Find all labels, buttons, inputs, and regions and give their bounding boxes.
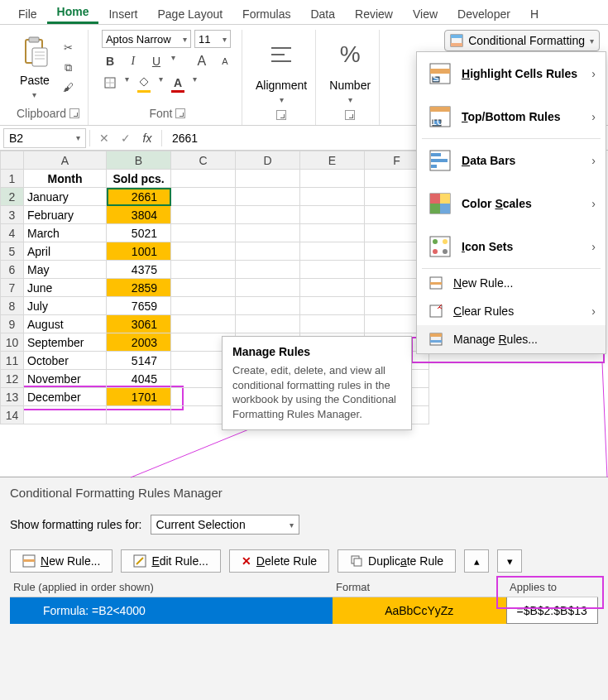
cell-A5[interactable]: April bbox=[24, 242, 107, 261]
cell-B8[interactable]: 7659 bbox=[107, 297, 171, 315]
cf-highlight-cells[interactable]: ≤ Highlight Cells Rules › bbox=[417, 52, 606, 95]
dialog-launcher-icon[interactable] bbox=[345, 110, 355, 120]
confirm-icon[interactable]: ✓ bbox=[115, 132, 136, 145]
cell-B9[interactable]: 3061 bbox=[107, 315, 171, 333]
col-header-E[interactable]: E bbox=[300, 151, 365, 170]
cell-A2[interactable]: January bbox=[24, 188, 107, 206]
dialog-launcher-icon[interactable] bbox=[276, 110, 286, 120]
cell-B2[interactable]: 2661 bbox=[107, 188, 171, 206]
cell-A12[interactable]: November bbox=[24, 370, 107, 388]
font-size-combo[interactable]: 11 bbox=[194, 30, 231, 48]
tab-developer[interactable]: Developer bbox=[448, 4, 520, 24]
scope-select[interactable]: Current Selection▾ bbox=[151, 515, 299, 535]
tab-data[interactable]: Data bbox=[300, 4, 345, 24]
chevron-right-icon: › bbox=[591, 197, 596, 210]
number-format-button[interactable]: % Number ▾ bbox=[329, 34, 371, 104]
font-color-button[interactable]: A bbox=[170, 74, 186, 91]
grow-font-button[interactable]: A bbox=[194, 53, 210, 70]
row-header-3[interactable]: 3 bbox=[1, 206, 24, 224]
col-header-C[interactable]: C bbox=[171, 151, 236, 170]
conditional-formatting-button[interactable]: Conditional Formatting ▾ bbox=[444, 30, 600, 51]
move-up-button[interactable]: ▴ bbox=[464, 549, 489, 573]
row-header-14[interactable]: 14 bbox=[1, 406, 24, 424]
borders-button[interactable] bbox=[102, 74, 118, 91]
format-painter-icon[interactable]: 🖌 bbox=[61, 80, 76, 95]
cell-A1[interactable]: Month bbox=[24, 170, 107, 188]
row-header-12[interactable]: 12 bbox=[1, 370, 24, 388]
row-header-1[interactable]: 1 bbox=[1, 170, 24, 188]
cell-B5[interactable]: 1001 bbox=[107, 242, 171, 261]
tab-view[interactable]: View bbox=[403, 4, 448, 24]
new-rule-button[interactable]: New Rule... bbox=[10, 549, 113, 573]
italic-button[interactable]: I bbox=[125, 53, 141, 70]
tab-page-layout[interactable]: Page Layout bbox=[147, 4, 232, 24]
row-header-11[interactable]: 11 bbox=[1, 352, 24, 370]
dialog-launcher-icon[interactable] bbox=[175, 108, 185, 118]
cancel-icon[interactable]: ✕ bbox=[93, 132, 115, 145]
row-header-5[interactable]: 5 bbox=[1, 242, 24, 261]
cf-new-rule[interactable]: New Rule... bbox=[417, 269, 606, 297]
cell-A10[interactable]: September bbox=[24, 333, 107, 352]
col-header-A[interactable]: A bbox=[24, 151, 107, 170]
row-header-13[interactable]: 13 bbox=[1, 388, 24, 406]
row-header-7[interactable]: 7 bbox=[1, 279, 24, 297]
move-down-button[interactable]: ▾ bbox=[497, 549, 522, 573]
svg-rect-50 bbox=[354, 559, 361, 566]
cf-top-bottom[interactable]: 10 Top/Bottom Rules › bbox=[417, 95, 606, 138]
percent-icon: % bbox=[329, 34, 371, 75]
edit-rule-button[interactable]: Edit Rule... bbox=[121, 549, 220, 573]
bold-button[interactable]: B bbox=[102, 53, 118, 70]
cell-A8[interactable]: July bbox=[24, 297, 107, 315]
row-header-10[interactable]: 10 bbox=[1, 333, 24, 352]
font-name-combo[interactable]: Aptos Narrow bbox=[102, 30, 191, 48]
col-header-D[interactable]: D bbox=[236, 151, 300, 170]
col-header-B[interactable]: B bbox=[107, 151, 171, 170]
delete-rule-button[interactable]: ✕ Delete Rule bbox=[229, 549, 329, 573]
cell-A13[interactable]: December bbox=[24, 388, 107, 406]
cell-B1[interactable]: Sold pcs. bbox=[107, 170, 171, 188]
copy-icon[interactable]: ⧉ bbox=[61, 60, 76, 75]
svg-rect-47 bbox=[23, 559, 35, 562]
tab-formulas[interactable]: Formulas bbox=[232, 4, 300, 24]
cell-B10[interactable]: 2003 bbox=[107, 333, 171, 352]
cell-A6[interactable]: May bbox=[24, 261, 107, 279]
cell-A4[interactable]: March bbox=[24, 224, 107, 242]
cell-B4[interactable]: 5021 bbox=[107, 224, 171, 242]
tab-h[interactable]: H bbox=[520, 4, 548, 24]
row-header-9[interactable]: 9 bbox=[1, 315, 24, 333]
cell-B13[interactable]: 1701 bbox=[107, 388, 171, 406]
tab-home[interactable]: Home bbox=[47, 2, 99, 24]
underline-button[interactable]: U bbox=[148, 53, 165, 70]
tab-review[interactable]: Review bbox=[345, 4, 403, 24]
cell-B7[interactable]: 2859 bbox=[107, 279, 171, 297]
cell-A9[interactable]: August bbox=[24, 315, 107, 333]
cell-B6[interactable]: 4375 bbox=[107, 261, 171, 279]
tab-file[interactable]: File bbox=[8, 4, 47, 24]
paste-button[interactable]: Paste ▾ bbox=[20, 36, 50, 99]
row-header-4[interactable]: 4 bbox=[1, 224, 24, 242]
shrink-font-button[interactable]: A bbox=[217, 53, 233, 70]
cell-A11[interactable]: October bbox=[24, 352, 107, 370]
cf-clear-rules[interactable]: Clear Rules › bbox=[417, 297, 606, 325]
cf-icon-sets[interactable]: Icon Sets › bbox=[417, 225, 606, 268]
alignment-button[interactable]: Alignment ▾ bbox=[256, 34, 307, 104]
tab-insert[interactable]: Insert bbox=[98, 4, 147, 24]
cut-icon[interactable]: ✂ bbox=[61, 41, 76, 55]
row-header-8[interactable]: 8 bbox=[1, 297, 24, 315]
cell-A7[interactable]: June bbox=[24, 279, 107, 297]
cf-color-scales[interactable]: Color Scales › bbox=[417, 182, 606, 225]
cell-B3[interactable]: 3804 bbox=[107, 206, 171, 224]
cell-B11[interactable]: 5147 bbox=[107, 352, 171, 370]
cf-data-bars[interactable]: Data Bars › bbox=[417, 139, 606, 182]
row-header-6[interactable]: 6 bbox=[1, 261, 24, 279]
cf-manage-rules[interactable]: Manage Rules... bbox=[417, 325, 606, 353]
dialog-launcher-icon[interactable] bbox=[69, 108, 79, 118]
fill-color-button[interactable] bbox=[136, 74, 152, 91]
fx-icon[interactable]: fx bbox=[136, 132, 158, 145]
row-header-2[interactable]: 2 bbox=[1, 188, 24, 206]
cell-A3[interactable]: February bbox=[24, 206, 107, 224]
duplicate-rule-button[interactable]: Duplicate Rule bbox=[338, 549, 456, 573]
name-box[interactable]: B2 bbox=[3, 128, 86, 148]
cell-B12[interactable]: 4045 bbox=[107, 370, 171, 388]
select-all-corner[interactable] bbox=[1, 151, 24, 170]
